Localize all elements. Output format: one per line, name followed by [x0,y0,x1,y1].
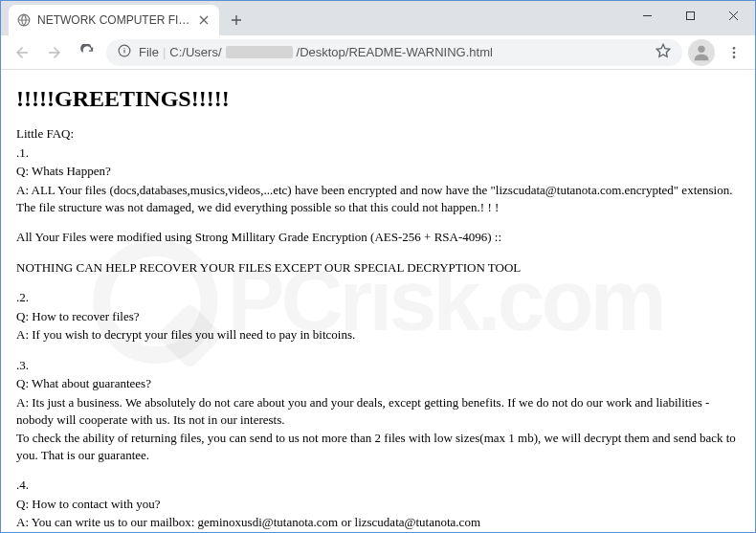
reload-button[interactable] [74,39,100,66]
sec3-num: .3. [16,357,740,374]
sec4-a: A: You can write us to our mailbox: gemi… [16,514,740,531]
sec4-num: .4. [16,477,740,494]
tab-bar: NETWORK COMPUTER FILES EN [1,1,755,35]
sec2-q: Q: How to recover files? [16,308,740,325]
sec2-a: A: If you wish to decrypt your files you… [16,326,740,344]
menu-icon[interactable] [721,39,747,66]
sec2-num: .2. [16,289,740,306]
info-icon[interactable] [118,44,131,60]
svg-point-4 [733,47,736,50]
url-text: File | C:/Users//Desktop/README-WARNING.… [139,45,648,59]
back-button[interactable] [9,39,35,66]
svg-point-5 [733,51,736,54]
sec3-a1: A: Its just a business. We absolutely do… [16,394,740,428]
page-content: PCrisk.com !!!!!GREETINGS!!!!! Little FA… [1,70,755,532]
maximize-button[interactable] [669,1,712,30]
new-tab-button[interactable] [223,7,250,33]
address-bar: File | C:/Users//Desktop/README-WARNING.… [1,35,755,70]
sec1-q: Q: Whats Happen? [16,163,740,180]
sec4-q: Q: How to contact with you? [16,496,740,513]
sec1-a: A: ALL Your files (docs,databases,musics… [16,182,740,215]
globe-icon [16,12,32,28]
svg-rect-1 [687,11,695,19]
close-window-button[interactable] [712,1,755,30]
sec3-a2: To check the ability of returning files,… [16,430,740,463]
bookmark-star-icon[interactable] [656,43,671,61]
faq-label: Little FAQ: [16,125,740,143]
forward-button[interactable] [41,39,68,66]
svg-point-3 [698,45,704,52]
sec1-num: .1. [16,144,740,162]
browser-tab[interactable]: NETWORK COMPUTER FILES EN [9,5,219,35]
sec3-q: Q: What about guarantees? [16,375,740,392]
close-tab-icon[interactable] [196,12,211,28]
page-heading: !!!!!GREETINGS!!!!! [16,83,740,114]
tab-title: NETWORK COMPUTER FILES EN [37,13,190,27]
svg-point-6 [733,56,736,58]
nothing-line: NOTHING CAN HELP RECOVER YOUR FILES EXCE… [16,259,740,277]
minimize-button[interactable] [626,1,669,30]
profile-avatar[interactable] [688,39,715,66]
url-field[interactable]: File | C:/Users//Desktop/README-WARNING.… [106,39,682,66]
redacted-segment [226,46,293,58]
encryption-line: All Your Files were modified using Stron… [16,229,740,246]
